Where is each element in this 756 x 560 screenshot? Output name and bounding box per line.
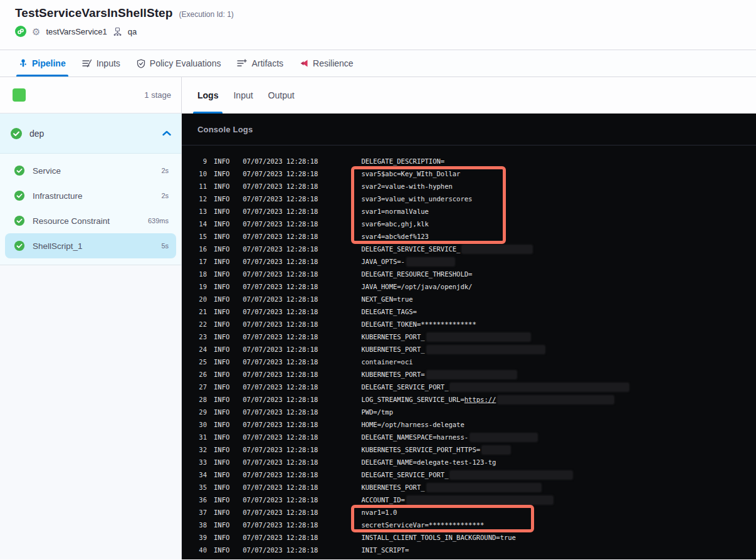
console-tab-logs[interactable]: Logs xyxy=(197,77,218,114)
log-level: INFO xyxy=(214,446,229,453)
log-line: 20INFO07/07/2023 12:28:18NEXT_GEN=true xyxy=(182,293,756,305)
log-line: 31INFO07/07/2023 12:28:18DELEGATE_NAMESP… xyxy=(182,431,756,443)
log-line-number: 24 xyxy=(191,346,207,353)
step-label: Resource Constraint xyxy=(33,216,110,226)
log-line: 10INFO07/07/2023 12:28:18svar5$abc=Key_W… xyxy=(182,167,756,180)
log-line: 34INFO07/07/2023 12:28:18DELEGATE_SERVIC… xyxy=(182,468,756,481)
log-line-number: 23 xyxy=(191,333,207,341)
log-message: DELEGATE_TOKEN=************** xyxy=(361,320,476,328)
log-line-number: 37 xyxy=(191,509,207,516)
log-line: 28INFO07/07/2023 12:28:18LOG_STREAMING_S… xyxy=(182,393,756,406)
log-message: PWD=/tmp xyxy=(361,408,393,416)
log-timestamp: 07/07/2023 12:28:18 xyxy=(243,396,318,403)
tab-label: Pipeline xyxy=(32,58,66,68)
log-line: 26INFO07/07/2023 12:28:18KUBERNETES_PORT… xyxy=(182,368,756,381)
log-timestamp: 07/07/2023 12:28:18 xyxy=(243,233,318,240)
stage-count-label: 1 stage xyxy=(144,90,171,100)
log-level: INFO xyxy=(214,195,229,203)
execution-page: TestServiceVarsInShellStep (Execution Id… xyxy=(0,0,756,560)
log-timestamp: 07/07/2023 12:28:18 xyxy=(243,208,318,215)
log-line: 25INFO07/07/2023 12:28:18container=oci xyxy=(182,356,756,368)
redacted-value xyxy=(498,396,614,404)
log-line-number: 22 xyxy=(191,320,207,328)
log-message: svar6=abc,ghj,klk xyxy=(361,220,428,228)
log-line: 32INFO07/07/2023 12:28:18KUBERNETES_SERV… xyxy=(182,443,756,456)
tab-pipeline[interactable]: Pipeline xyxy=(19,50,66,77)
log-line: 29INFO07/07/2023 12:28:18PWD=/tmp xyxy=(182,406,756,418)
tab-inputs[interactable]: Inputs xyxy=(82,50,120,77)
log-area[interactable]: 9INFO07/07/2023 12:28:18DELEGATE_DESCRIP… xyxy=(182,145,756,556)
page-title: TestServiceVarsInShellStep xyxy=(15,6,172,20)
log-message: KUBERNETES_PORT= xyxy=(361,371,516,379)
log-line-number: 32 xyxy=(191,446,207,453)
log-line: 33INFO07/07/2023 12:28:18DELEGATE_NAME=d… xyxy=(182,456,756,468)
tab-artifacts[interactable]: Artifacts xyxy=(237,50,283,77)
log-timestamp: 07/07/2023 12:28:18 xyxy=(243,308,318,315)
log-line-number: 9 xyxy=(191,157,207,165)
log-level: INFO xyxy=(214,383,229,391)
step-label: Infrastructure xyxy=(33,191,83,201)
console-tab-output[interactable]: Output xyxy=(268,77,295,114)
log-timestamp: 07/07/2023 12:28:18 xyxy=(243,521,318,529)
log-timestamp: 07/07/2023 12:28:18 xyxy=(243,496,318,504)
log-line: 22INFO07/07/2023 12:28:18DELEGATE_TOKEN=… xyxy=(182,318,756,330)
log-level: INFO xyxy=(214,283,229,290)
log-line-number: 11 xyxy=(191,182,207,190)
log-timestamp: 07/07/2023 12:28:18 xyxy=(243,471,318,478)
sidebar-empty-area xyxy=(0,265,181,559)
log-level: INFO xyxy=(214,245,229,253)
log-timestamp: 07/07/2023 12:28:18 xyxy=(243,421,318,428)
log-message: DELEGATE_DESCRIPTION= xyxy=(361,157,444,165)
log-line-number: 33 xyxy=(191,458,207,466)
step-item-infrastructure[interactable]: Infrastructure2s xyxy=(5,183,176,208)
log-level: INFO xyxy=(214,208,229,215)
stage-status-chip[interactable] xyxy=(13,88,26,102)
log-message: DELEGATE_NAMESPACE=harness- xyxy=(361,433,537,441)
log-line-number: 17 xyxy=(191,258,207,265)
chevron-up-icon[interactable] xyxy=(162,130,171,136)
log-line-number: 27 xyxy=(191,383,207,391)
log-level: INFO xyxy=(214,320,229,328)
tab-label: Resilience xyxy=(313,58,354,68)
step-duration: 2s xyxy=(161,192,169,199)
log-message: svar2=value-with-hyphen xyxy=(361,182,452,190)
log-message: LOG_STREAMING_SERVICE_URL=https:// xyxy=(361,396,614,404)
log-level: INFO xyxy=(214,421,229,428)
environment-name[interactable]: qa xyxy=(128,27,137,36)
step-duration: 5s xyxy=(161,242,169,250)
log-level: INFO xyxy=(214,521,229,529)
tab-resilience[interactable]: Resilience xyxy=(300,50,354,77)
step-duration: 639ms xyxy=(148,217,169,225)
log-level: INFO xyxy=(214,295,229,303)
pipeline-icon xyxy=(19,59,28,68)
log-timestamp: 07/07/2023 12:28:18 xyxy=(243,182,318,190)
log-message: DELEGATE_RESOURCE_THRESHOLD= xyxy=(361,270,472,278)
step-item-shellscript-1[interactable]: ShellScript_15s xyxy=(5,233,176,258)
stage-group-dep[interactable]: dep xyxy=(0,114,181,154)
execution-sidebar: 1 stage dep Service2sInfrastructure2sRes… xyxy=(0,77,182,559)
log-line: 9INFO07/07/2023 12:28:18DELEGATE_DESCRIP… xyxy=(182,155,756,167)
log-level: INFO xyxy=(214,458,229,466)
tab-policy-evaluations[interactable]: Policy Evaluations xyxy=(137,50,221,77)
step-item-resource-constraint[interactable]: Resource Constraint639ms xyxy=(5,208,176,233)
log-level: INFO xyxy=(214,483,229,491)
console-panel: Console Logs 9INFO07/07/2023 12:28:18DEL… xyxy=(182,114,756,559)
log-message: svar1=normalValue xyxy=(361,208,428,215)
log-line-number: 39 xyxy=(191,534,207,541)
log-line-number: 35 xyxy=(191,483,207,491)
log-level: INFO xyxy=(214,396,229,403)
log-line: 12INFO07/07/2023 12:28:18svar3=value_wit… xyxy=(182,193,756,205)
log-timestamp: 07/07/2023 12:28:18 xyxy=(243,408,318,416)
console-tab-input[interactable]: Input xyxy=(233,77,253,114)
log-message: INIT_SCRIPT= xyxy=(361,546,409,554)
log-line: 27INFO07/07/2023 12:28:18DELEGATE_SERVIC… xyxy=(182,381,756,393)
stage-group-label: dep xyxy=(29,129,44,139)
log-level: INFO xyxy=(214,258,229,265)
service-name[interactable]: testVarsService1 xyxy=(46,27,107,36)
log-link[interactable]: https:// xyxy=(465,396,496,403)
step-item-service[interactable]: Service2s xyxy=(5,158,176,183)
page-header: TestServiceVarsInShellStep (Execution Id… xyxy=(0,0,756,50)
redacted-value xyxy=(427,483,541,492)
log-message: secretServiceVar=************** xyxy=(361,521,484,529)
log-line: 30INFO07/07/2023 12:28:18HOME=/opt/harne… xyxy=(182,418,756,431)
